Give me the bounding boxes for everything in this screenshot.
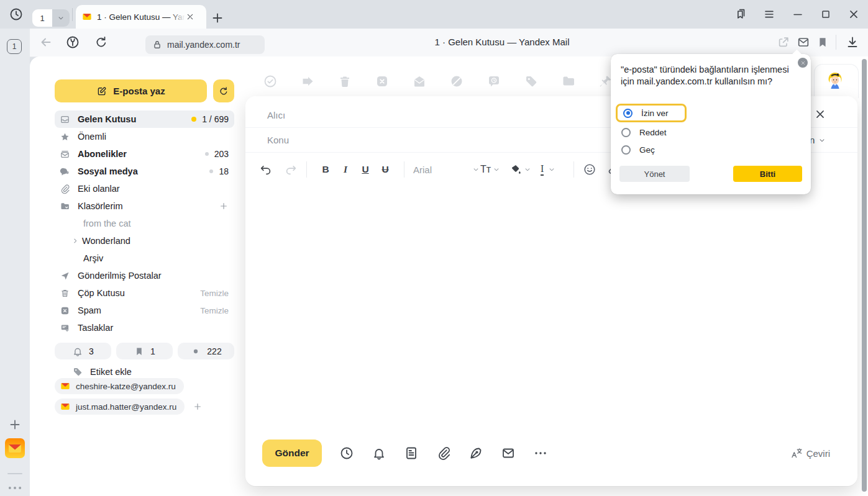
remind-icon[interactable]	[487, 74, 501, 89]
history-clock-icon[interactable]	[9, 7, 24, 22]
tab-group-chevron[interactable]	[52, 9, 70, 27]
counter-pills: 3 1 222	[55, 343, 234, 359]
sidebar-item-attachments[interactable]: Eki olanlar	[55, 180, 234, 197]
delete-icon[interactable]	[337, 74, 352, 89]
undo-icon[interactable]	[259, 163, 273, 176]
lock-icon[interactable]	[152, 39, 163, 50]
bold-button[interactable]: B	[316, 164, 336, 175]
font-size-select[interactable]: Tт	[480, 164, 501, 175]
sidebar-item-archive[interactable]: Arşiv	[55, 250, 234, 267]
move-to-folder-icon[interactable]	[561, 74, 576, 89]
share-icon[interactable]	[777, 35, 790, 49]
radio-skip[interactable]: Geç	[616, 140, 655, 159]
redo-icon[interactable]	[284, 163, 298, 176]
radio-circle[interactable]	[623, 109, 633, 118]
add-account-icon[interactable]	[193, 402, 203, 412]
sidebar-item-my-folders[interactable]: Klasörlerim	[55, 197, 234, 215]
tab-group-control[interactable]: 1	[32, 9, 70, 27]
minimize-icon[interactable]	[791, 7, 805, 21]
translate-button[interactable]: Çeviri	[790, 447, 830, 459]
spam-icon	[60, 305, 70, 316]
radio-circle[interactable]	[621, 128, 631, 137]
strikethrough-button[interactable]: U	[375, 164, 395, 175]
avatar[interactable]	[825, 71, 845, 91]
snooze-icon[interactable]	[449, 74, 464, 89]
italic-button[interactable]: I	[336, 164, 355, 175]
mark-read-icon[interactable]	[412, 74, 427, 89]
signature-pen-icon[interactable]	[468, 446, 483, 461]
page-scrollbar[interactable]	[862, 59, 867, 492]
sidebar-item-spam[interactable]: Spam Temizle	[55, 302, 234, 319]
paint-icon	[509, 163, 522, 176]
notify-icon[interactable]	[372, 446, 386, 461]
more-options-icon[interactable]	[533, 446, 548, 461]
sidebar-item-sent[interactable]: Gönderilmiş Postalar	[55, 267, 234, 284]
font-family-select[interactable]: Arial	[413, 165, 480, 175]
forward-icon[interactable]	[300, 74, 315, 89]
yandex-mail-app-icon[interactable]	[5, 438, 25, 458]
text-color-select[interactable]: I	[541, 164, 556, 176]
radio-allow[interactable]: İzin ver	[616, 104, 687, 122]
close-window-icon[interactable]	[847, 7, 861, 21]
panels-icon[interactable]	[734, 7, 747, 21]
menu-icon[interactable]	[762, 7, 776, 21]
send-button[interactable]: Gönder	[262, 440, 322, 467]
rail-more-icon[interactable]	[6, 479, 24, 496]
chevron-right-icon[interactable]	[71, 237, 80, 245]
unread-pill[interactable]: 222	[178, 343, 234, 359]
active-tab[interactable]: 1 · Gelen Kutusu — Yand	[76, 5, 206, 29]
sidebar-item-from-the-cat[interactable]: from the cat	[55, 215, 234, 232]
sidebar-item-drafts[interactable]: Taslaklar	[55, 319, 234, 336]
browser-left-rail: 1	[0, 29, 30, 496]
template-icon[interactable]	[404, 446, 419, 461]
from-selector-fragment[interactable]: n	[810, 135, 826, 145]
clear-trash-action[interactable]: Temizle	[200, 289, 229, 298]
reminders-pill[interactable]: 3	[55, 343, 111, 359]
back-arrow-icon[interactable]	[39, 35, 53, 50]
radio-deny[interactable]: Reddet	[616, 123, 667, 142]
compose-button[interactable]: E-posta yaz	[55, 79, 207, 102]
dialog-message: "e-posta" türündeki bağlantıların işlenm…	[621, 64, 797, 88]
attach-file-icon[interactable]	[436, 446, 451, 461]
emoji-icon[interactable]	[583, 163, 596, 176]
protocol-handler-envelope-icon[interactable]	[797, 35, 810, 49]
message-body[interactable]	[245, 184, 857, 433]
underline-button[interactable]: U	[355, 164, 375, 175]
highlight-color-select[interactable]	[509, 163, 532, 176]
envelope-icon[interactable]	[501, 446, 516, 461]
new-tab-button[interactable]	[210, 11, 225, 25]
sidebar-item-important[interactable]: Önemli	[55, 128, 234, 145]
sidebar-item-subscriptions[interactable]: Abonelikler 203	[55, 145, 234, 163]
clear-spam-action[interactable]: Temizle	[200, 306, 229, 315]
add-label-button[interactable]: Etiket ekle	[72, 366, 132, 377]
tab-group-count[interactable]: 1	[32, 9, 52, 27]
dialog-close-icon[interactable]	[798, 58, 808, 68]
tab-close-icon[interactable]	[185, 12, 195, 22]
close-compose-icon[interactable]	[813, 107, 827, 121]
schedule-send-icon[interactable]	[339, 446, 354, 461]
account-cheshire[interactable]: cheshire-katze@yandex.ru	[55, 378, 184, 394]
bookmark-icon[interactable]	[816, 35, 829, 49]
reload-icon[interactable]	[94, 35, 109, 50]
sidebar-item-social[interactable]: Sosyal medya 18	[55, 163, 234, 180]
spam-icon[interactable]	[375, 74, 390, 89]
sidebar-item-trash[interactable]: Çöp Kutusu Temizle	[55, 284, 234, 302]
address-bar[interactable]: mail.yandex.com.tr	[145, 35, 265, 54]
manage-button[interactable]: Yönet	[619, 166, 690, 182]
workspace-badge[interactable]: 1	[7, 39, 22, 54]
label-icon[interactable]	[524, 74, 539, 89]
done-button[interactable]: Bitti	[733, 166, 802, 182]
send-icon	[60, 271, 70, 281]
select-all-icon[interactable]	[263, 74, 278, 89]
yandex-logo-icon[interactable]	[65, 35, 80, 50]
bookmarked-pill[interactable]: 1	[116, 343, 173, 359]
maximize-icon[interactable]	[820, 8, 832, 20]
add-folder-icon[interactable]	[219, 201, 229, 211]
account-hatter[interactable]: just.mad.hatter@yandex.ru	[55, 399, 185, 415]
refresh-button[interactable]	[213, 79, 234, 102]
sidebar-item-inbox[interactable]: Gelen Kutusu 1 / 699	[55, 110, 234, 128]
rail-add-button[interactable]	[7, 417, 22, 432]
download-icon[interactable]	[845, 35, 860, 50]
sidebar-item-wonderland[interactable]: Wonderland	[55, 232, 234, 250]
radio-circle[interactable]	[621, 145, 631, 155]
